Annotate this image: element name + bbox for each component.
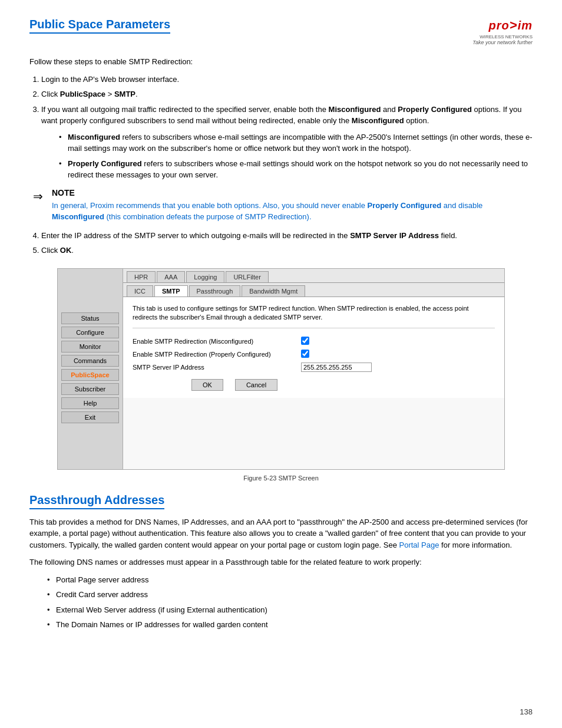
form-row-properly: Enable SMTP Redirection (Properly Config… xyxy=(133,350,495,359)
page-number: 138 xyxy=(520,707,533,716)
figure-caption: Figure 5-23 SMTP Screen xyxy=(29,475,533,482)
tab-bar-top: HPR AAA Logging URLFilter xyxy=(123,269,504,283)
tab-logging[interactable]: Logging xyxy=(186,271,224,282)
section2-para1: This tab provides a method for DNS Names… xyxy=(29,516,533,551)
tab-bandwidth[interactable]: Bandwidth Mgmt xyxy=(242,285,305,297)
logo-container: pro>im WIRELESS NETWORKS Take your netwo… xyxy=(472,18,533,45)
tab-passthrough[interactable]: Passthrough xyxy=(189,285,241,297)
steps-list: Login to the AP's Web browser interface.… xyxy=(41,74,533,181)
nav-configure[interactable]: Configure xyxy=(61,327,119,338)
sidebar-nav: Status Configure Monitor Commands Public… xyxy=(58,269,123,469)
screenshot-wrapper: Status Configure Monitor Commands Public… xyxy=(58,269,504,469)
note-box: ⇒ NOTE In general, Proxim recommends tha… xyxy=(29,188,533,223)
checkbox-properly[interactable] xyxy=(301,350,309,358)
label-misconfigured: Enable SMTP Redirection (Misconfigured) xyxy=(133,338,297,345)
bullet-properly-configured: Properly Configured refers to subscriber… xyxy=(59,158,533,181)
smtp-ip-input[interactable] xyxy=(301,363,372,372)
nav-subscriber[interactable]: Subscriber xyxy=(61,383,119,395)
note-label: NOTE xyxy=(52,188,533,197)
nav-publicspace[interactable]: PublicSpace xyxy=(61,369,119,381)
section-passthrough: Passthrough Addresses This tab provides … xyxy=(29,493,533,631)
note-content: NOTE In general, Proxim recommends that … xyxy=(52,188,533,223)
bullet-misconfigured: Misconfigured refers to subscribers whos… xyxy=(59,131,533,154)
tab-aaa[interactable]: AAA xyxy=(157,271,185,282)
nav-commands[interactable]: Commands xyxy=(61,355,119,367)
step-3: If you want all outgoing mail traffic re… xyxy=(41,104,533,181)
section2-para2: The following DNS names or addresses mus… xyxy=(29,556,533,568)
tab-hpr[interactable]: HPR xyxy=(127,271,156,282)
bullet-external: External Web Server address (if using Ex… xyxy=(47,604,533,616)
nav-status[interactable]: Status xyxy=(61,312,119,324)
form-row-ip: SMTP Server IP Address xyxy=(133,363,495,372)
nav-monitor[interactable]: Monitor xyxy=(61,341,119,353)
step-4: Enter the IP address of the SMTP server … xyxy=(41,230,533,242)
panel-description: This tab is used to configure settings f… xyxy=(133,304,495,329)
label-ip: SMTP Server IP Address xyxy=(133,364,297,371)
tab-icc[interactable]: ICC xyxy=(127,285,153,297)
ok-button[interactable]: OK xyxy=(191,379,223,391)
tab-bar-bottom: ICC SMTP Passthrough Bandwidth Mgmt xyxy=(123,283,504,297)
checkbox-properly-wrapper xyxy=(301,350,309,359)
label-properly: Enable SMTP Redirection (Properly Config… xyxy=(133,351,297,358)
logo-text: pro>im xyxy=(489,18,533,33)
tab-urlfilter[interactable]: URLFilter xyxy=(226,271,268,282)
logo-tagline: Take your network further xyxy=(472,39,533,45)
portal-page-link[interactable]: Portal Page xyxy=(399,541,439,549)
page-header: Public Space Parameters pro>im WIRELESS … xyxy=(29,18,533,45)
content-panel: This tab is used to configure settings f… xyxy=(123,297,504,398)
step-2: Click PublicSpace > SMTP. xyxy=(41,88,533,100)
intro-text: Follow these steps to enable SMTP Redire… xyxy=(29,56,533,68)
screenshot-box: Status Configure Monitor Commands Public… xyxy=(57,268,505,470)
main-content: HPR AAA Logging URLFilter ICC SMTP Passt… xyxy=(123,269,504,469)
nav-exit[interactable]: Exit xyxy=(61,411,119,423)
bullet-credit: Credit Card server address xyxy=(47,589,533,601)
logo-brand: WIRELESS NETWORKS xyxy=(480,34,533,39)
steps-list-2: Enter the IP address of the SMTP server … xyxy=(41,230,533,256)
note-text: In general, Proxim recommends that you e… xyxy=(52,200,533,223)
checkbox-misconfigured-wrapper xyxy=(301,337,309,346)
proxim-logo: pro>im xyxy=(489,18,533,33)
cancel-button[interactable]: Cancel xyxy=(235,379,277,391)
ip-input-wrapper xyxy=(301,363,372,372)
nav-help[interactable]: Help xyxy=(61,397,119,409)
step-1: Login to the AP's Web browser interface. xyxy=(41,74,533,85)
step3-bullets: Misconfigured refers to subscribers whos… xyxy=(59,131,533,181)
step-5: Click OK. xyxy=(41,245,533,256)
passthrough-bullets: Portal Page server address Credit Card s… xyxy=(47,574,533,631)
bullet-portal: Portal Page server address xyxy=(47,574,533,586)
section2-title: Passthrough Addresses xyxy=(29,493,164,509)
checkbox-misconfigured[interactable] xyxy=(301,337,309,345)
page-title: Public Space Parameters xyxy=(29,18,170,34)
note-icon: ⇒ xyxy=(29,189,46,203)
form-row-misconfigured: Enable SMTP Redirection (Misconfigured) xyxy=(133,337,495,346)
button-row: OK Cancel xyxy=(191,379,495,391)
tab-smtp[interactable]: SMTP xyxy=(154,285,188,297)
bullet-domain: The Domain Names or IP addresses for wal… xyxy=(47,619,533,631)
